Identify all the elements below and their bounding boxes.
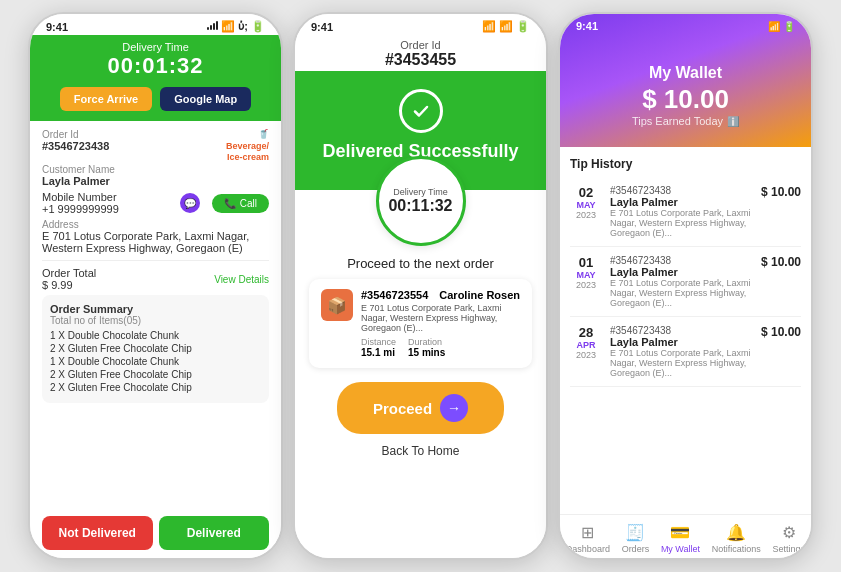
proceed-arrow-icon: →	[440, 394, 468, 422]
list-item: 2 X Gluten Free Chocolate Chip	[50, 382, 261, 393]
duration-value: 15 mins	[408, 347, 445, 358]
nav-label: Dashboard	[566, 544, 610, 554]
address-label: Address	[42, 219, 269, 230]
tip-day: 01	[570, 255, 602, 270]
summary-subtitle: Total no of Items(05)	[50, 315, 261, 326]
p2-body: Delivery Time 00:11:32 Proceed to the ne…	[295, 190, 546, 558]
duration-label: Duration	[408, 337, 445, 347]
tip-order-id: #3546723438	[610, 325, 753, 336]
nav-icon: 💳	[670, 523, 690, 542]
timer-circle: Delivery Time 00:11:32	[376, 156, 466, 246]
status-icons-1: 📶 ὐ‌; 🔋	[207, 20, 265, 33]
timer-label: Delivery Time	[393, 187, 448, 197]
delivered-button[interactable]: Delivered	[159, 516, 270, 550]
nav-label: Notifications	[712, 544, 761, 554]
delivery-time-value: 00:01:32	[30, 53, 281, 79]
p1-header: Delivery Time 00:01:32 Force Arrive Goog…	[30, 35, 281, 121]
mobile-label: Mobile Number	[42, 191, 119, 203]
tip-customer-name: Layla Palmer	[610, 266, 753, 278]
nav-item-notifications[interactable]: 🔔 Notifications	[712, 523, 761, 554]
list-item: 2 X Gluten Free Chocolate Chip	[50, 343, 261, 354]
nav-item-orders[interactable]: 🧾 Orders	[622, 523, 650, 554]
next-order-name: Caroline Rosen	[439, 289, 520, 301]
tip-month: MAY	[570, 200, 602, 210]
wallet-amount: $ 10.00	[560, 84, 811, 115]
next-order-id: #3546723554	[361, 289, 428, 301]
tips-earned-row: Tips Earned Today ℹ️	[560, 115, 811, 127]
next-order-info: #3546723554 Caroline Rosen E 701 Lotus C…	[361, 289, 520, 358]
proceed-button[interactable]: Proceed →	[337, 382, 504, 434]
tip-amount: $ 10.00	[761, 325, 801, 339]
customer-label: Customer Name	[42, 164, 269, 175]
force-arrive-button[interactable]: Force Arrive	[60, 87, 152, 111]
proceed-row: Proceed →	[337, 382, 504, 434]
beverage-icon: 🥤	[258, 129, 269, 139]
distance-block: Distance 15.1 mi	[361, 337, 396, 358]
nav-icon: 🧾	[625, 523, 645, 542]
next-order-label: Proceed to the next order	[347, 256, 494, 271]
order-items-list: 1 X Double Chocolate Chunk2 X Gluten Fre…	[50, 330, 261, 393]
info-icon: ℹ️	[727, 116, 739, 127]
call-button[interactable]: 📞 Call	[212, 194, 269, 213]
tip-year: 2023	[570, 210, 602, 220]
p1-footer: Not Delivered Delivered	[30, 508, 281, 558]
duration-block: Duration 15 mins	[408, 337, 445, 358]
google-map-button[interactable]: Google Map	[160, 87, 251, 111]
p1-order-top: Order Id #3546723438 🥤 Beverage/Ice-crea…	[42, 129, 269, 164]
tip-date: 28 APR 2023	[570, 325, 602, 360]
phone-icon: 📞	[224, 198, 236, 209]
status-time-2: 9:41	[311, 21, 333, 33]
customer-name: Layla Palmer	[42, 175, 269, 187]
tip-amount: $ 10.00	[761, 185, 801, 199]
wallet-title: My Wallet	[560, 64, 811, 82]
tip-customer-name: Layla Palmer	[610, 196, 753, 208]
bottom-nav: ⊞ Dashboard 🧾 Orders 💳 My Wallet 🔔 Notif…	[560, 514, 811, 558]
tip-address: E 701 Lotus Corporate Park, Laxmi Nagar,…	[610, 348, 753, 378]
order-id-value-2: #3453455	[295, 51, 546, 69]
tip-customer-name: Layla Palmer	[610, 336, 753, 348]
tip-year: 2023	[570, 280, 602, 290]
status-time-1: 9:41	[46, 21, 68, 33]
order-summary: Order Summary Total no of Items(05) 1 X …	[42, 295, 269, 403]
view-details-link[interactable]: View Details	[214, 274, 269, 285]
nav-item-dashboard[interactable]: ⊞ Dashboard	[566, 523, 610, 554]
status-icons-3: 📶 🔋	[768, 21, 795, 32]
nav-icon: 🔔	[726, 523, 746, 542]
tip-month: APR	[570, 340, 602, 350]
tip-history-label: Tip History	[570, 157, 801, 171]
tip-date: 01 MAY 2023	[570, 255, 602, 290]
nav-icon: ⊞	[581, 523, 594, 542]
chat-icon[interactable]: 💬	[180, 193, 200, 213]
p2-header: Order Id #3453455	[295, 35, 546, 71]
tips-earned-label: Tips Earned Today	[632, 115, 723, 127]
check-circle-icon	[399, 89, 443, 133]
tip-address: E 701 Lotus Corporate Park, Laxmi Nagar,…	[610, 208, 753, 238]
tip-info: #3546723438 Layla Palmer E 701 Lotus Cor…	[610, 325, 753, 378]
list-item: 2 X Gluten Free Chocolate Chip	[50, 369, 261, 380]
back-to-home-link[interactable]: Back To Home	[382, 444, 460, 458]
nav-item-settings[interactable]: ⚙ Settings	[773, 523, 806, 554]
phone-1: 9:41 📶 ὐ‌; 🔋 Delivery Time 00:01:32 Forc…	[28, 12, 283, 560]
proceed-label: Proceed	[373, 400, 432, 417]
tip-info: #3546723438 Layla Palmer E 701 Lotus Cor…	[610, 255, 753, 308]
nav-label: My Wallet	[661, 544, 700, 554]
tip-order-id: #3546723438	[610, 185, 753, 196]
not-delivered-button[interactable]: Not Delivered	[42, 516, 153, 550]
nav-label: Orders	[622, 544, 650, 554]
status-bar-3: 9:41 📶 🔋	[560, 14, 811, 34]
tip-year: 2023	[570, 350, 602, 360]
tip-day: 28	[570, 325, 602, 340]
next-order-meta: Distance 15.1 mi Duration 15 mins	[361, 337, 520, 358]
next-order-card: 📦 #3546723554 Caroline Rosen E 701 Lotus…	[309, 279, 532, 368]
tip-item: 01 MAY 2023 #3546723438 Layla Palmer E 7…	[570, 247, 801, 317]
tip-order-id: #3546723438	[610, 255, 753, 266]
tip-amount: $ 10.00	[761, 255, 801, 269]
order-total-value: $ 9.99	[42, 279, 96, 291]
phone-3: 9:41 📶 🔋 My Wallet $ 10.00 Tips Earned T…	[558, 12, 813, 560]
list-item: 1 X Double Chocolate Chunk	[50, 330, 261, 341]
status-bar-2: 9:41 📶 📶 🔋	[295, 14, 546, 35]
address-value: E 701 Lotus Corporate Park, Laxmi Nagar,…	[42, 230, 269, 254]
nav-item-my-wallet[interactable]: 💳 My Wallet	[661, 523, 700, 554]
next-order-address: E 701 Lotus Corporate Park, Laxmi Nagar,…	[361, 303, 520, 333]
delivery-time-label: Delivery Time	[30, 41, 281, 53]
